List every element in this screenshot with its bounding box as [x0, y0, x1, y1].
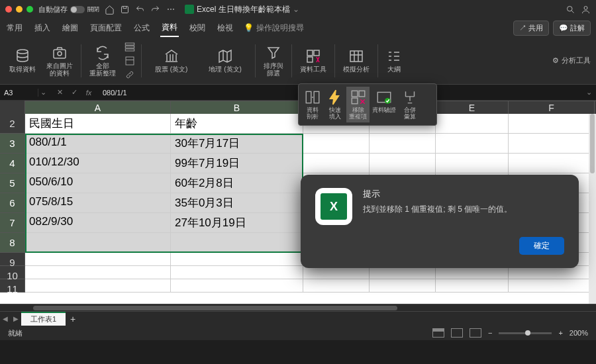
cell-A10[interactable]: [25, 266, 171, 279]
cell-E4[interactable]: [436, 154, 509, 173]
tab-公式[interactable]: 公式: [132, 20, 151, 36]
cell-C4[interactable]: [303, 154, 370, 173]
tab-頁面配置[interactable]: 頁面配置: [89, 20, 123, 36]
document-title[interactable]: Excel 生日轉換年齡範本檔 ⌄: [185, 4, 299, 15]
cell-B3[interactable]: 30年7月17日: [171, 134, 303, 154]
cell-D11[interactable]: [370, 279, 436, 293]
redo-icon[interactable]: [150, 5, 160, 15]
col-header-B[interactable]: B: [171, 101, 303, 114]
cell-A8[interactable]: [25, 233, 171, 253]
row-header-7[interactable]: 7: [0, 213, 25, 233]
enter-icon[interactable]: ✓: [67, 85, 81, 100]
cell-E11[interactable]: [436, 279, 509, 293]
analysis-tools-button[interactable]: ⚙分析工具: [552, 56, 591, 66]
cell-A11[interactable]: [25, 279, 171, 293]
popup-item-0[interactable]: 資料 剖析: [301, 87, 324, 122]
normal-view-icon[interactable]: [432, 328, 444, 338]
cell-A5[interactable]: 050/6/10: [25, 173, 171, 193]
cell-C10[interactable]: [303, 266, 370, 279]
cell-D10[interactable]: [370, 266, 436, 279]
next-sheet-icon[interactable]: ▶: [11, 315, 21, 322]
tab-資料[interactable]: 資料: [160, 19, 179, 37]
geography-button[interactable]: 地理 (英文): [199, 40, 250, 81]
cell-B8[interactable]: [171, 233, 303, 253]
stocks-button[interactable]: 股票 (英文): [146, 40, 197, 81]
cell-B4[interactable]: 99年7月19日: [171, 154, 303, 173]
home-icon[interactable]: [105, 5, 115, 15]
cell-A3[interactable]: 080/1/1: [25, 134, 171, 154]
cell-A6[interactable]: 075/8/15: [25, 193, 171, 213]
comments-button[interactable]: 💬 註解: [553, 21, 591, 36]
from-picture-button[interactable]: 來自圖片 的資料: [42, 40, 77, 81]
cell-E2[interactable]: [436, 114, 509, 134]
cell-B7[interactable]: 27年10月19日: [171, 213, 303, 233]
popup-item-2[interactable]: 移除 重複項: [346, 87, 370, 122]
cell-F3[interactable]: [509, 134, 595, 154]
share-button[interactable]: ↗ 共用: [513, 21, 549, 36]
col-header-F[interactable]: F: [509, 101, 595, 114]
row-header-5[interactable]: 5: [0, 173, 25, 193]
toggle-icon[interactable]: [70, 6, 85, 13]
cell-E3[interactable]: [436, 134, 509, 154]
fx-icon[interactable]: fx: [81, 85, 96, 100]
expand-formula-icon[interactable]: ⌄: [582, 88, 596, 97]
cell-A4[interactable]: 010/12/30: [25, 154, 171, 173]
cell-F11[interactable]: [509, 279, 595, 293]
page-break-view-icon[interactable]: [470, 328, 481, 338]
links-icon[interactable]: [124, 69, 136, 81]
cancel-icon[interactable]: ✕: [52, 85, 67, 100]
properties-icon[interactable]: [124, 55, 136, 67]
tab-常用[interactable]: 常用: [5, 20, 24, 36]
cell-F10[interactable]: [509, 266, 595, 279]
row-header-8[interactable]: 8: [0, 233, 25, 253]
popup-item-4[interactable]: 合併 彙算: [399, 87, 421, 122]
prev-sheet-icon[interactable]: ◀: [0, 315, 11, 322]
ok-button[interactable]: 確定: [519, 237, 564, 255]
tell-me-search[interactable]: 💡操作說明搜尋: [244, 23, 304, 34]
zoom-in-button[interactable]: +: [558, 329, 562, 337]
cell-D4[interactable]: [370, 154, 436, 173]
tab-校閱[interactable]: 校閱: [188, 20, 207, 36]
select-all-corner[interactable]: [0, 101, 25, 114]
sort-filter-button[interactable]: 排序與 篩選: [260, 40, 287, 81]
cell-A7[interactable]: 082/9/30: [25, 213, 171, 233]
cell-D3[interactable]: [370, 134, 436, 154]
tab-檢視[interactable]: 檢視: [216, 20, 234, 36]
maximize-icon[interactable]: [26, 6, 33, 13]
row-header-2[interactable]: 2: [0, 114, 25, 134]
cell-F4[interactable]: [509, 154, 595, 173]
cell-B10[interactable]: [171, 266, 303, 279]
col-header-E[interactable]: E: [436, 101, 509, 114]
row-header-3[interactable]: 3: [0, 134, 25, 154]
tab-插入[interactable]: 插入: [33, 20, 52, 36]
cell-B2[interactable]: 年齡: [171, 114, 303, 134]
row-header-6[interactable]: 6: [0, 193, 25, 213]
zoom-slider[interactable]: [499, 332, 552, 334]
data-tools-button[interactable]: 資料工具: [296, 40, 330, 81]
row-header-11[interactable]: 11: [0, 279, 25, 293]
more-icon[interactable]: ⋯: [166, 5, 175, 15]
close-icon[interactable]: [5, 6, 12, 13]
get-data-button[interactable]: 取得資料: [5, 40, 40, 81]
cell-A9[interactable]: [25, 253, 171, 266]
row-header-4[interactable]: 4: [0, 154, 25, 173]
add-sheet-button[interactable]: +: [66, 314, 80, 324]
search-icon[interactable]: [566, 5, 575, 15]
whatif-button[interactable]: 模擬分析: [339, 40, 373, 81]
horizontal-scrollbar[interactable]: [0, 304, 596, 311]
row-header-10[interactable]: 10: [0, 266, 25, 279]
zoom-out-button[interactable]: −: [488, 329, 492, 337]
outline-button[interactable]: 大綱: [382, 40, 406, 81]
minimize-icon[interactable]: [16, 6, 23, 13]
account-icon[interactable]: [581, 5, 591, 15]
sheet-tab-1[interactable]: 工作表1: [21, 312, 66, 326]
cell-B9[interactable]: [171, 253, 303, 266]
cell-C3[interactable]: [303, 134, 370, 154]
row-header-9[interactable]: 9: [0, 253, 25, 266]
name-box[interactable]: A3: [0, 89, 38, 97]
popup-item-1[interactable]: 快速 填入: [324, 87, 346, 122]
queries-icon[interactable]: [124, 41, 136, 53]
tab-繪圖[interactable]: 繪圖: [61, 20, 79, 36]
save-icon[interactable]: [120, 5, 130, 15]
cell-B5[interactable]: 60年2月8日: [171, 173, 303, 193]
